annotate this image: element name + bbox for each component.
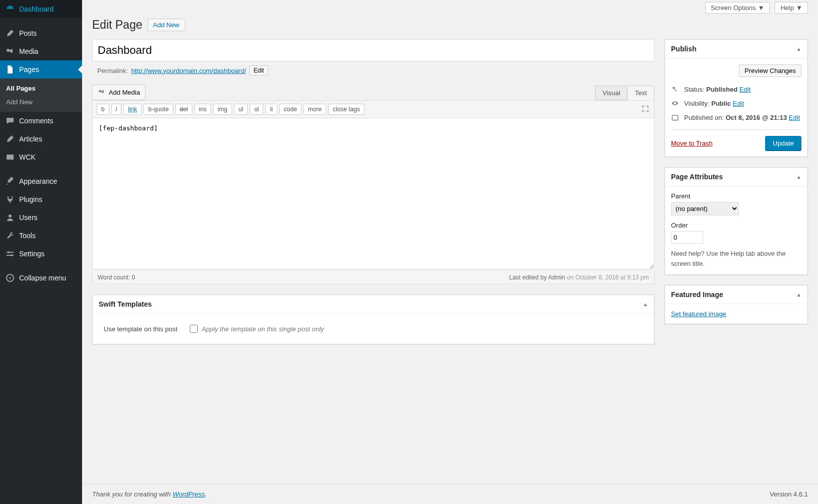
menu-label: Collapse menu — [19, 274, 66, 282]
svg-point-1 — [7, 49, 10, 52]
menu-articles[interactable]: Articles — [0, 130, 82, 148]
plug-icon — [5, 194, 15, 204]
menu-media[interactable]: Media — [0, 42, 82, 60]
visibility-row: Visibility: Public Edit — [671, 96, 801, 110]
submenu-add-new[interactable]: Add New — [0, 95, 82, 109]
menu-label: Settings — [19, 250, 45, 258]
publish-header[interactable]: Publish ▲ — [665, 40, 807, 58]
menu-wck[interactable]: WCK — [0, 148, 82, 166]
add-media-button[interactable]: Add Media — [92, 85, 145, 100]
fullscreen-icon[interactable] — [641, 104, 650, 115]
add-new-button[interactable]: Add New — [147, 19, 185, 31]
submenu-all-pages[interactable]: All Pages — [0, 82, 82, 95]
svg-point-5 — [11, 254, 13, 256]
wordpress-link[interactable]: WordPress — [173, 490, 205, 498]
quicktags-toolbar: b i link b-quote del ins img ul ol li co… — [92, 100, 654, 118]
move-to-trash-link[interactable]: Move to Trash — [671, 139, 712, 147]
order-input[interactable] — [671, 231, 703, 244]
swift-templates-box: Swift Templates ▲ Use template on this p… — [92, 295, 654, 344]
swift-apply-checkbox[interactable] — [190, 325, 198, 333]
qt-ins[interactable]: ins — [194, 104, 211, 115]
wck-icon — [5, 152, 15, 162]
qt-italic[interactable]: i — [111, 104, 122, 115]
permalink-url[interactable]: http://www.yourdomain.com/dashboard/ — [131, 67, 246, 75]
qt-ol[interactable]: ol — [250, 104, 263, 115]
menu-label: Plugins — [19, 195, 42, 203]
permalink-label: Permalink: — [97, 67, 128, 75]
word-count: Word count: 0 — [98, 274, 135, 281]
calendar-icon — [671, 113, 680, 121]
preview-changes-button[interactable]: Preview Changes — [739, 64, 801, 77]
page-attributes-header[interactable]: Page Attributes ▲ — [665, 168, 807, 186]
content-textarea[interactable]: [fep-dashboard] — [92, 118, 654, 269]
edit-visibility-link[interactable]: Edit — [733, 100, 744, 107]
admin-sidebar: Dashboard Posts Media Pages All Pages Ad… — [0, 0, 82, 504]
svg-point-7 — [99, 90, 101, 93]
parent-select[interactable]: (no parent) — [671, 202, 739, 215]
wrench-icon — [5, 231, 15, 241]
qt-code[interactable]: code — [279, 104, 302, 115]
qt-bold[interactable]: b — [97, 104, 109, 115]
menu-dashboard[interactable]: Dashboard — [0, 0, 82, 18]
menu-plugins[interactable]: Plugins — [0, 190, 82, 208]
menu-label: Appearance — [19, 177, 57, 185]
qt-more[interactable]: more — [304, 104, 326, 115]
menu-pages[interactable]: Pages — [0, 60, 82, 79]
main-content: Screen Options ▼ Help ▼ Edit Page Add Ne… — [82, 0, 818, 484]
qt-li[interactable]: li — [265, 104, 277, 115]
media-icon — [98, 88, 106, 97]
last-edited: Last edited by Admin on October 8, 2016 … — [509, 274, 649, 281]
chevron-down-icon: ▼ — [758, 4, 765, 12]
menu-tools[interactable]: Tools — [0, 227, 82, 245]
sliders-icon — [5, 249, 15, 259]
featured-image-box: Featured Image ▲ Set featured image — [664, 285, 808, 324]
pages-submenu: All Pages Add New — [0, 79, 82, 112]
menu-settings[interactable]: Settings — [0, 245, 82, 263]
tab-text[interactable]: Text — [627, 86, 654, 100]
menu-posts[interactable]: Posts — [0, 24, 82, 42]
menu-label: Pages — [19, 65, 39, 74]
featured-image-header[interactable]: Featured Image ▲ — [665, 285, 807, 304]
status-row: Status: Published Edit — [671, 82, 801, 96]
menu-appearance[interactable]: Appearance — [0, 172, 82, 190]
set-featured-image-link[interactable]: Set featured image — [671, 310, 726, 318]
collapse-icon — [5, 273, 15, 283]
screen-options-button[interactable]: Screen Options ▼ — [705, 2, 770, 14]
menu-users[interactable]: Users — [0, 208, 82, 227]
qt-ul[interactable]: ul — [234, 104, 248, 115]
chevron-down-icon: ▼ — [796, 4, 802, 12]
edit-permalink-button[interactable]: Edit — [249, 65, 269, 76]
chevron-up-icon: ▲ — [796, 46, 801, 52]
order-label: Order — [671, 222, 801, 229]
menu-collapse[interactable]: Collapse menu — [0, 269, 82, 287]
media-icon — [5, 46, 15, 56]
qt-close-tags[interactable]: close tags — [328, 104, 364, 115]
qt-img[interactable]: img — [213, 104, 232, 115]
user-icon — [5, 212, 15, 223]
svg-point-4 — [8, 251, 10, 253]
page-icon — [5, 64, 15, 75]
svg-point-8 — [673, 87, 675, 89]
edit-date-link[interactable]: Edit — [789, 114, 800, 121]
post-title-input[interactable] — [92, 39, 654, 61]
swift-templates-header[interactable]: Swift Templates ▲ — [93, 295, 654, 314]
comment-icon — [5, 116, 15, 126]
help-button[interactable]: Help ▼ — [775, 2, 808, 14]
qt-link[interactable]: link — [123, 104, 141, 115]
version-text: Version 4.6.1 — [770, 490, 808, 498]
help-text: Need help? Use the Help tab above the sc… — [671, 249, 801, 268]
menu-label: Tools — [19, 232, 36, 240]
svg-point-3 — [9, 214, 12, 218]
tab-visual[interactable]: Visual — [595, 86, 628, 100]
edit-status-link[interactable]: Edit — [739, 86, 751, 93]
menu-label: Users — [19, 213, 38, 222]
menu-label: WCK — [19, 153, 36, 161]
chevron-up-icon: ▲ — [643, 302, 648, 307]
published-row: Published on: Oct 8, 2016 @ 21:13 Edit — [671, 110, 801, 124]
qt-del[interactable]: del — [175, 104, 192, 115]
page-title: Edit Page — [92, 18, 142, 32]
qt-blockquote[interactable]: b-quote — [143, 104, 173, 115]
menu-label: Articles — [19, 135, 42, 143]
update-button[interactable]: Update — [765, 136, 801, 151]
menu-comments[interactable]: Comments — [0, 112, 82, 130]
